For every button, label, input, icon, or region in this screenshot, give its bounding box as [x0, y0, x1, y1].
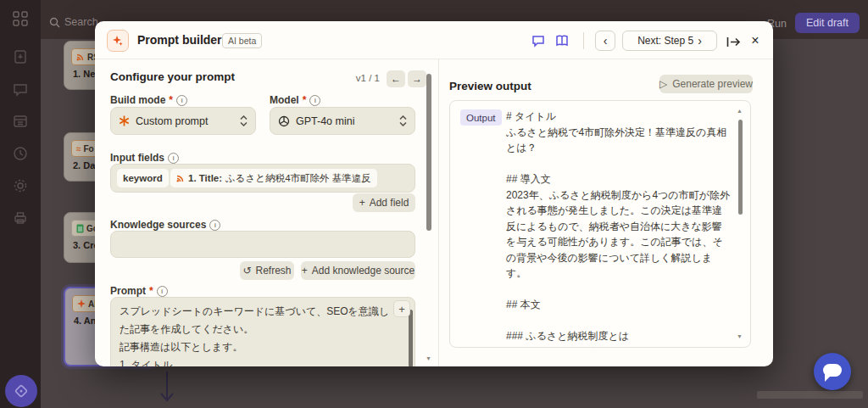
plus-icon: + — [359, 197, 365, 209]
apps-grid-icon[interactable] — [13, 11, 28, 30]
model-label: Model * i — [270, 94, 320, 106]
preview-output-heading: Preview output — [449, 80, 531, 92]
build-mode-select[interactable]: Custom prompt — [110, 107, 256, 135]
plus-icon: + — [398, 303, 405, 316]
output-scrollbar[interactable] — [738, 120, 743, 215]
info-icon[interactable]: i — [176, 95, 187, 106]
version-indicator: v1 / 1 — [346, 73, 380, 83]
input-fields-label: Input fields i — [110, 152, 179, 164]
version-next-button[interactable]: → — [408, 70, 426, 87]
refresh-icon: ↺ — [242, 265, 251, 277]
modal-title: Prompt builder — [137, 33, 222, 47]
output-text: # タイトル ふるさと納税で4市町除外決定！基準違反の真相とは？ ## 導入文 … — [506, 109, 730, 348]
generate-preview-button[interactable]: ▷ Generate preview — [659, 75, 753, 93]
info-icon[interactable]: i — [157, 286, 168, 297]
rss-icon — [176, 174, 185, 182]
knowledge-sources-box[interactable] — [110, 231, 415, 258]
prompt-builder-icon — [107, 30, 129, 52]
knowledge-sources-label: Knowledge sources i — [110, 219, 220, 231]
prompt-builder-modal: Prompt builder AI beta ‹ Next: Step 5 › … — [95, 21, 773, 366]
edit-draft-button[interactable]: Edit draft — [795, 13, 860, 33]
prompt-label: Prompt * i — [110, 285, 168, 297]
close-icon: × — [751, 33, 759, 48]
google-sheets-icon — [76, 224, 84, 233]
add-knowledge-source-button[interactable]: + Add knowledge source — [301, 261, 415, 280]
close-button[interactable]: × — [746, 31, 765, 50]
chat-icon[interactable] — [13, 81, 28, 100]
chat-widget-button[interactable] — [814, 353, 851, 390]
input-fields-box[interactable]: keyword 1. Title: ふるさと納税4市町除外 基準違反 — [110, 164, 415, 193]
required-asterisk: * — [303, 94, 307, 106]
app-window: Search Run Edit draft RS 1. New ≈ Fo — [0, 0, 868, 408]
input-field-key-chip[interactable]: keyword — [117, 169, 169, 187]
scroll-up-icon[interactable]: ▲ — [737, 108, 743, 114]
chevron-updown-icon — [240, 115, 248, 126]
copilot-button[interactable] — [5, 375, 37, 407]
chevron-left-icon: ‹ — [604, 34, 608, 48]
formatter-icon: ≈ — [76, 144, 81, 154]
output-card: Output # タイトル ふるさと納税で4市町除外決定！基準違反の真相とは？ … — [449, 100, 751, 348]
model-select[interactable]: GPT-4o mini — [270, 107, 415, 135]
output-badge: Output — [460, 109, 502, 126]
prompt-scrollbar[interactable] — [409, 310, 413, 366]
play-icon: ▷ — [659, 78, 667, 90]
chevron-updown-icon — [399, 115, 407, 126]
scroll-down-icon[interactable]: ▼ — [426, 355, 431, 361]
settings-gear-icon[interactable] — [13, 178, 28, 197]
info-icon[interactable]: i — [168, 153, 179, 164]
collapse-panel-button[interactable] — [724, 32, 743, 51]
left-panel-scrollbar[interactable] — [426, 74, 431, 231]
arrow-left-icon: ← — [391, 73, 401, 85]
input-field-value-pill[interactable]: 1. Title: ふるさと納税4市町除外 基準違反 — [170, 169, 377, 187]
calendar-icon[interactable] — [13, 114, 28, 132]
plus-icon: + — [302, 265, 308, 277]
refresh-button[interactable]: ↺ Refresh — [240, 261, 294, 280]
prompt-textarea[interactable]: スプレッドシートのキーワードに基づいて、SEOを意識した記事を作成してください。… — [110, 297, 415, 366]
document-icon[interactable] — [13, 49, 28, 68]
search-input[interactable]: Search — [64, 16, 98, 28]
book-icon — [555, 34, 569, 48]
scroll-down-icon[interactable]: ▼ — [737, 333, 743, 339]
prompt-expand-button[interactable]: + — [393, 300, 410, 317]
version-prev-button[interactable]: ← — [387, 70, 405, 87]
collapse-icon — [726, 36, 741, 48]
custom-prompt-icon — [119, 115, 130, 126]
watermark — [757, 391, 863, 399]
build-mode-label: Build mode * i — [110, 94, 187, 106]
ai-beta-badge: AI beta — [222, 33, 262, 48]
info-icon[interactable]: i — [209, 220, 220, 231]
feedback-comment-button[interactable] — [529, 31, 548, 50]
configure-heading: Configure your prompt — [110, 70, 235, 83]
add-field-button[interactable]: + Add field — [353, 193, 415, 212]
required-asterisk: * — [149, 285, 153, 297]
info-icon[interactable]: i — [309, 95, 320, 106]
ai-sparkle-icon — [77, 299, 86, 308]
printer-icon[interactable] — [13, 210, 28, 229]
arrow-right-icon: → — [412, 73, 422, 85]
openai-icon — [278, 115, 290, 127]
panel-divider — [438, 59, 439, 366]
required-asterisk: * — [169, 94, 173, 106]
connector-arrow — [158, 372, 176, 405]
next-step-button[interactable]: Next: Step 5 › — [622, 31, 717, 51]
search-icon[interactable] — [49, 16, 60, 31]
chat-bubble-icon — [823, 364, 842, 377]
copilot-diamond-icon — [14, 383, 29, 399]
rss-icon — [76, 53, 85, 61]
previous-step-button[interactable]: ‹ — [595, 31, 615, 51]
header-divider — [583, 32, 584, 49]
chevron-right-icon: › — [698, 34, 702, 48]
comment-icon — [531, 34, 545, 48]
docs-book-button[interactable] — [553, 31, 571, 50]
history-clock-icon[interactable] — [13, 146, 28, 165]
